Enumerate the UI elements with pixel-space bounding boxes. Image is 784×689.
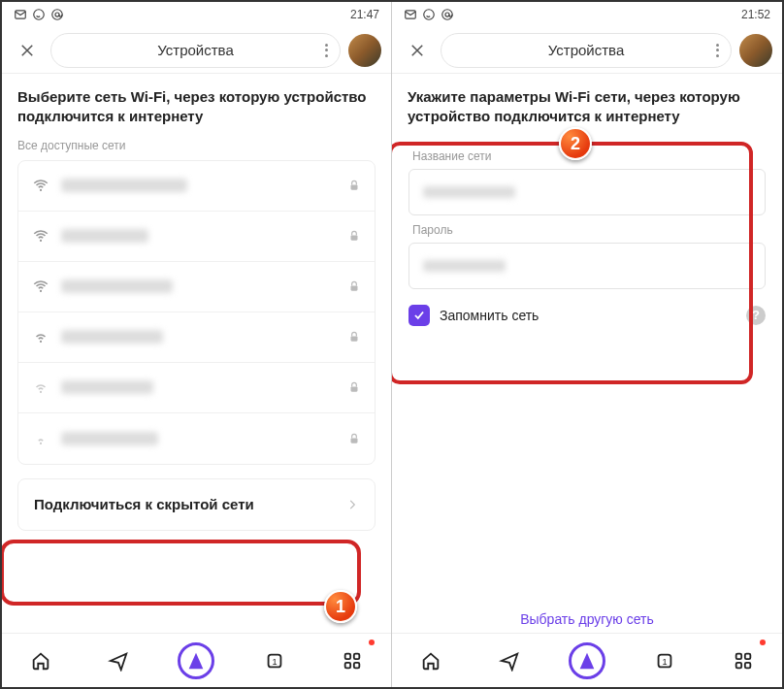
svg-point-1 (34, 10, 45, 20)
app-header: Устройства (392, 27, 782, 74)
nav-send[interactable] (99, 641, 138, 680)
avatar[interactable] (739, 34, 772, 67)
svg-rect-7 (351, 235, 358, 240)
wifi-name-redacted (61, 432, 158, 445)
page-heading: Укажите параметры Wi-Fi сети, через кото… (408, 87, 767, 127)
wifi-network-item[interactable] (18, 413, 375, 464)
nav-alice[interactable] (568, 641, 606, 680)
wifi-network-item[interactable] (18, 212, 375, 262)
whatsapp-icon (32, 8, 46, 21)
svg-text:1: 1 (272, 656, 277, 666)
lock-icon (347, 432, 361, 445)
status-bar: 21:47 (2, 2, 391, 27)
annotation-badge-1: 1 (324, 590, 357, 623)
wifi-icon (32, 430, 49, 447)
wifi-network-item[interactable] (18, 312, 375, 363)
svg-text:1: 1 (663, 656, 668, 666)
check-icon (412, 309, 426, 322)
nav-home[interactable] (21, 641, 60, 680)
close-icon (18, 42, 36, 59)
whatsapp-icon (422, 8, 436, 21)
wifi-name-redacted (61, 380, 153, 394)
choose-other-network-link[interactable]: Выбрать другую сеть (392, 611, 782, 627)
header-title-pill[interactable]: Устройства (441, 33, 732, 68)
chevron-right-icon (345, 498, 359, 511)
wifi-name-redacted (61, 179, 187, 192)
status-time: 21:52 (741, 8, 770, 21)
svg-rect-9 (351, 285, 358, 290)
svg-point-3 (55, 13, 59, 16)
help-icon[interactable]: ? (746, 306, 766, 325)
svg-rect-29 (745, 653, 751, 659)
nav-apps[interactable] (333, 641, 372, 680)
svg-rect-13 (351, 386, 358, 391)
svg-point-6 (40, 240, 42, 242)
annotation-badge-2: 2 (559, 127, 592, 160)
header-title: Устройства (548, 42, 624, 58)
svg-rect-30 (735, 662, 741, 668)
wifi-credentials-form: Название сети Пароль Запомнить сеть ? (408, 139, 767, 329)
lock-icon (347, 229, 361, 243)
close-button[interactable] (12, 35, 43, 66)
nav-send[interactable] (490, 641, 529, 680)
header-title: Устройства (157, 42, 233, 58)
at-icon (50, 8, 64, 21)
lock-icon (347, 279, 361, 293)
nav-home[interactable] (411, 641, 450, 680)
lock-icon (347, 330, 361, 344)
status-bar: 21:52 (392, 2, 782, 27)
svg-point-4 (40, 189, 42, 191)
bottom-nav: 1 (392, 633, 782, 687)
nav-tabs[interactable]: 1 (645, 641, 684, 680)
wifi-network-item[interactable] (18, 161, 375, 212)
password-label: Пароль (412, 223, 766, 237)
remember-network-checkbox[interactable] (408, 305, 430, 326)
more-icon[interactable] (325, 44, 328, 57)
svg-point-25 (445, 13, 449, 16)
wifi-icon (32, 177, 49, 194)
status-time: 21:47 (350, 8, 379, 21)
svg-rect-31 (745, 662, 751, 668)
wifi-network-item[interactable] (18, 262, 375, 312)
wifi-network-list (17, 160, 376, 465)
svg-point-2 (52, 10, 63, 20)
svg-rect-21 (354, 662, 360, 668)
page-heading: Выберите сеть Wi-Fi, через которую устро… (17, 87, 376, 127)
more-icon[interactable] (716, 44, 719, 57)
notification-dot-icon (760, 640, 766, 645)
svg-point-10 (40, 341, 42, 343)
wifi-name-redacted (61, 229, 148, 243)
close-button[interactable] (402, 35, 433, 66)
networks-section-label: Все доступные сети (17, 139, 376, 152)
wifi-icon (32, 227, 49, 245)
svg-point-12 (40, 391, 42, 393)
hidden-network-label: Подключиться к скрытой сети (34, 496, 254, 512)
at-icon (441, 8, 454, 21)
svg-point-23 (424, 10, 435, 20)
svg-rect-28 (735, 653, 741, 659)
app-header: Устройства (2, 27, 391, 74)
phone-right: 21:52 Устройства Укажите параметры Wi-Fi… (392, 2, 782, 687)
ssid-value-redacted (423, 186, 515, 198)
nav-alice[interactable] (177, 641, 215, 680)
svg-point-24 (442, 10, 453, 20)
mail-icon (14, 8, 27, 21)
phone-left: 21:47 Устройства Выберите сеть Wi-Fi, че… (2, 2, 392, 687)
password-value-redacted (423, 260, 506, 272)
close-icon (408, 42, 426, 59)
header-title-pill[interactable]: Устройства (50, 33, 341, 68)
wifi-network-item[interactable] (18, 363, 375, 413)
svg-rect-20 (345, 662, 351, 668)
lock-icon (347, 179, 361, 192)
wifi-name-redacted (61, 279, 173, 293)
annotation-callout-1 (2, 540, 361, 606)
avatar[interactable] (348, 34, 381, 67)
nav-apps[interactable] (724, 641, 763, 680)
password-input[interactable] (408, 243, 766, 289)
ssid-input[interactable] (408, 169, 766, 215)
svg-rect-15 (351, 438, 358, 443)
connect-hidden-network-button[interactable]: Подключиться к скрытой сети (17, 478, 376, 531)
remember-network-label: Запомнить сеть (440, 308, 539, 323)
nav-tabs[interactable]: 1 (255, 641, 294, 680)
wifi-icon (32, 328, 49, 345)
